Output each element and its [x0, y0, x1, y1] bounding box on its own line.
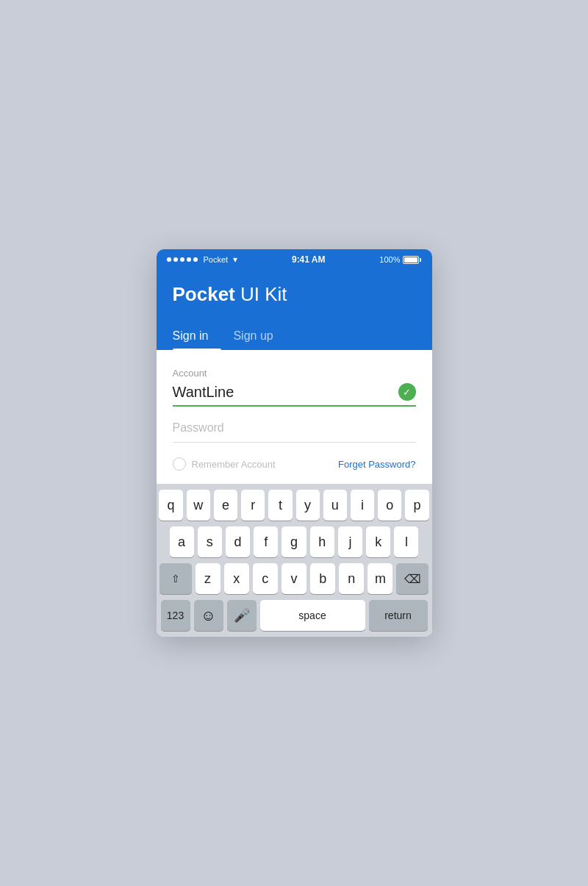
key-y[interactable]: y: [296, 490, 320, 521]
key-n[interactable]: n: [339, 563, 364, 594]
keyboard-row-1: q w e r t y u i o p: [159, 490, 429, 521]
key-i[interactable]: i: [351, 490, 374, 521]
status-bar: Pocket ▾ 9:41 AM 100%: [157, 249, 432, 270]
keyboard: q w e r t y u i o p a s d f g h j k l ⇧ …: [157, 484, 432, 637]
form-area: Account WantLine ✓ Password Remember Acc…: [157, 350, 432, 484]
carrier-name: Pocket: [204, 255, 229, 264]
signal-dot-3: [180, 257, 184, 262]
key-e[interactable]: e: [214, 490, 237, 521]
key-shift[interactable]: ⇧: [159, 563, 192, 594]
key-num[interactable]: 123: [161, 600, 190, 631]
options-row: Remember Account Forget Password?: [173, 457, 416, 471]
key-delete[interactable]: ⌫: [396, 563, 429, 594]
app-header: Pocket UI Kit Sign in Sign up: [157, 270, 432, 350]
key-space[interactable]: space: [260, 600, 365, 631]
key-r[interactable]: r: [241, 490, 265, 521]
key-z[interactable]: z: [196, 563, 220, 594]
key-j[interactable]: j: [338, 526, 362, 557]
battery-body: [403, 256, 419, 264]
key-x[interactable]: x: [224, 563, 249, 594]
tabs-row: Sign in Sign up: [173, 322, 416, 350]
battery-percent: 100%: [379, 255, 400, 264]
password-placeholder[interactable]: Password: [173, 421, 224, 437]
status-time: 9:41 AM: [292, 254, 326, 265]
key-d[interactable]: d: [226, 526, 250, 557]
signal-dot-5: [193, 257, 198, 262]
account-field-row: WantLine ✓: [173, 383, 416, 407]
signal-dot-4: [187, 257, 191, 262]
remember-radio[interactable]: [173, 457, 186, 471]
remember-label: Remember Account: [192, 459, 276, 470]
tab-signin[interactable]: Sign in: [173, 322, 222, 350]
tab-signup[interactable]: Sign up: [233, 322, 286, 350]
key-emoji[interactable]: ☺: [194, 600, 223, 631]
key-c[interactable]: c: [253, 563, 278, 594]
password-field-row: Password: [173, 421, 416, 443]
keyboard-bottom-row: 123 ☺ 🎤 space return: [159, 600, 429, 634]
remember-row: Remember Account: [173, 457, 276, 471]
wifi-icon: ▾: [233, 254, 237, 265]
key-o[interactable]: o: [378, 490, 401, 521]
app-logo-light: UI Kit: [235, 283, 287, 305]
key-l[interactable]: l: [394, 526, 418, 557]
signal-dot-2: [173, 257, 178, 262]
app-logo: Pocket UI Kit: [173, 283, 416, 306]
key-s[interactable]: s: [198, 526, 222, 557]
key-g[interactable]: g: [282, 526, 306, 557]
key-k[interactable]: k: [366, 526, 390, 557]
forget-password-link[interactable]: Forget Password?: [338, 459, 416, 470]
key-mic[interactable]: 🎤: [227, 600, 257, 631]
key-q[interactable]: q: [159, 490, 182, 521]
key-a[interactable]: a: [170, 526, 194, 557]
keyboard-row-3: ⇧ z x c v b n m ⌫: [159, 563, 429, 594]
check-icon: ✓: [398, 383, 416, 401]
password-field-group: Password: [173, 421, 416, 443]
key-f[interactable]: f: [254, 526, 278, 557]
key-p[interactable]: p: [405, 490, 429, 521]
account-value[interactable]: WantLine: [173, 384, 398, 401]
phone-mockup: Pocket ▾ 9:41 AM 100% Pocket UI Kit Sign…: [157, 249, 432, 637]
status-right: 100%: [379, 255, 421, 264]
battery-icon: [403, 256, 421, 264]
keyboard-row-2: a s d f g h j k l: [159, 526, 429, 557]
key-v[interactable]: v: [282, 563, 306, 594]
account-field-group: Account WantLine ✓: [173, 368, 416, 407]
account-label: Account: [173, 368, 416, 379]
key-w[interactable]: w: [187, 490, 210, 521]
app-logo-bold: Pocket: [173, 283, 235, 305]
key-b[interactable]: b: [310, 563, 335, 594]
status-left: Pocket ▾: [167, 254, 238, 265]
key-t[interactable]: t: [268, 490, 292, 521]
signal-dot-1: [167, 257, 171, 262]
signal-dots: [167, 257, 198, 262]
key-return[interactable]: return: [369, 600, 428, 631]
key-u[interactable]: u: [323, 490, 347, 521]
battery-fill: [404, 257, 417, 262]
battery-tip: [420, 258, 421, 262]
key-m[interactable]: m: [368, 563, 392, 594]
key-h[interactable]: h: [310, 526, 334, 557]
